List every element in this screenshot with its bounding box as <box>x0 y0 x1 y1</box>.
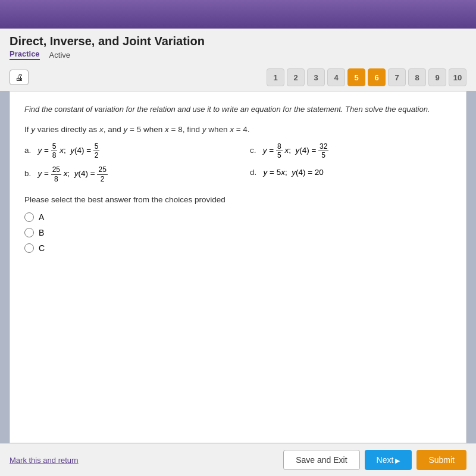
top-bar <box>0 0 476 29</box>
bottom-buttons: Save and Exit Next Submit <box>283 450 466 470</box>
radio-option-b[interactable]: B <box>24 228 452 237</box>
bottom-bar: Mark this and return Save and Exit Next … <box>0 443 476 476</box>
radio-label-c: C <box>39 243 45 253</box>
header-section: Direct, Inverse, and Joint Variation Pra… <box>0 29 476 65</box>
choice-d: d. y = 5x; y(4) = 20 <box>250 165 452 183</box>
radio-input-c[interactable] <box>24 243 34 253</box>
nav-btn-9[interactable]: 9 <box>428 68 446 86</box>
nav-btn-1[interactable]: 1 <box>267 68 284 86</box>
radio-input-a[interactable] <box>24 212 34 222</box>
radio-options: A B C <box>24 212 452 253</box>
nav-btn-10[interactable]: 10 <box>449 68 466 86</box>
print-button[interactable]: 🖨 <box>10 70 29 85</box>
practice-label: Practice <box>10 49 40 60</box>
save-exit-button[interactable]: Save and Exit <box>283 450 359 470</box>
header-meta: Practice Active <box>10 49 466 60</box>
nav-btn-2[interactable]: 2 <box>287 68 305 86</box>
page-title: Direct, Inverse, and Joint Variation <box>10 35 466 48</box>
select-prompt: Please select the best answer from the c… <box>24 195 452 204</box>
print-icon: 🖨 <box>15 73 23 82</box>
question-nav: 1 2 3 4 5 6 7 8 9 10 <box>267 68 466 86</box>
mark-return-link[interactable]: Mark this and return <box>10 456 79 465</box>
submit-button[interactable]: Submit <box>416 450 466 470</box>
nav-btn-7[interactable]: 7 <box>388 68 406 86</box>
choice-b: b. y = 25 8 x; y(4) = 25 2 <box>24 165 226 183</box>
radio-label-a: A <box>39 212 44 222</box>
active-label: Active <box>49 51 70 60</box>
nav-btn-4[interactable]: 4 <box>327 68 345 86</box>
nav-btn-8[interactable]: 8 <box>408 68 426 86</box>
nav-btn-5[interactable]: 5 <box>347 68 365 86</box>
choice-c: c. y = 8 5 x; y(4) = 32 5 <box>250 142 452 160</box>
radio-option-a[interactable]: A <box>24 212 452 222</box>
question-text: If y varies directly as x, and y = 5 whe… <box>24 125 452 134</box>
main-content: Find the constant of variation for the r… <box>10 91 466 443</box>
choices-grid: a. y = 5 8 x; y(4) = 5 2 c. y = 8 5 x; y… <box>24 142 452 184</box>
toolbar-row: 🖨 1 2 3 4 5 6 7 8 9 10 <box>0 65 476 91</box>
radio-option-c[interactable]: C <box>24 243 452 253</box>
nav-btn-6[interactable]: 6 <box>368 68 386 86</box>
radio-label-b: B <box>39 228 44 237</box>
choice-a: a. y = 5 8 x; y(4) = 5 2 <box>24 142 226 160</box>
nav-btn-3[interactable]: 3 <box>307 68 325 86</box>
next-button[interactable]: Next <box>365 450 412 470</box>
radio-input-b[interactable] <box>24 228 34 237</box>
question-instruction: Find the constant of variation for the r… <box>24 104 452 115</box>
